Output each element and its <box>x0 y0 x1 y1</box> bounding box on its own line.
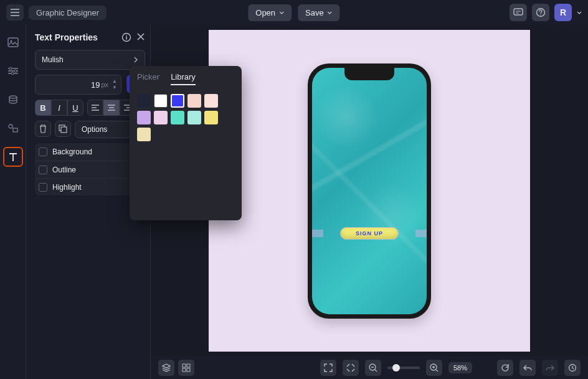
history-button[interactable] <box>564 360 581 376</box>
svg-rect-0 <box>514 9 523 15</box>
color-swatch[interactable] <box>137 128 151 141</box>
layers-button[interactable] <box>158 360 174 376</box>
delete-button[interactable] <box>35 121 51 137</box>
color-swatch[interactable] <box>154 94 168 108</box>
open-button[interactable]: Open <box>248 4 292 21</box>
svg-rect-9 <box>13 128 17 132</box>
rail-image[interactable] <box>4 34 22 51</box>
chevron-down-icon[interactable] <box>577 11 582 14</box>
panel-title: Text Properties <box>35 32 98 42</box>
user-avatar[interactable]: R <box>554 4 572 21</box>
duplicate-button[interactable] <box>55 121 71 137</box>
help-icon <box>536 7 546 17</box>
text-style-row: B I U <box>35 100 145 116</box>
bold-button[interactable]: B <box>35 100 51 116</box>
phone-mockup: SIGN UP <box>308 63 431 319</box>
fullscreen-button[interactable] <box>320 360 336 376</box>
options-row: Options <box>35 121 145 138</box>
checkbox-icon <box>39 166 47 174</box>
selection-handle-right[interactable] <box>415 230 427 237</box>
color-swatch[interactable] <box>137 111 151 124</box>
zoom-percent[interactable]: 58% <box>448 362 472 373</box>
redo-button[interactable] <box>542 360 558 376</box>
panel-header: Text Properties <box>35 32 145 42</box>
help-button[interactable] <box>532 4 549 21</box>
fit-button[interactable] <box>343 360 359 376</box>
background-label: Background <box>52 147 92 156</box>
database-icon <box>8 95 18 104</box>
rail-text[interactable] <box>4 148 22 166</box>
open-label: Open <box>255 8 275 17</box>
comment-button[interactable] <box>510 4 527 21</box>
font-size-input[interactable]: 19 px ▲ ▼ <box>35 75 121 95</box>
shapes-icon <box>7 123 19 133</box>
font-family-select[interactable]: Mulish <box>35 50 145 70</box>
save-button[interactable]: Save <box>298 4 340 21</box>
phone-screen: SIGN UP <box>312 68 427 314</box>
avatar-letter: R <box>560 7 566 17</box>
top-bar: Graphic Designer Open Save R <box>0 0 588 25</box>
refresh-icon <box>501 363 510 372</box>
artboard[interactable]: SIGN UP <box>209 30 530 352</box>
svg-point-7 <box>9 96 17 98</box>
outline-checkbox[interactable]: Outline <box>35 161 145 178</box>
svg-rect-13 <box>183 364 186 367</box>
sliders-icon <box>7 67 19 75</box>
chevron-down-icon <box>328 11 333 14</box>
align-center-button[interactable] <box>103 100 120 116</box>
color-swatch[interactable] <box>204 94 218 108</box>
rail-sliders[interactable] <box>4 62 22 80</box>
text-icon <box>7 151 19 162</box>
selection-handle-left[interactable] <box>312 230 323 237</box>
info-icon[interactable] <box>121 32 131 42</box>
tab-picker[interactable]: Picker <box>137 72 159 85</box>
color-swatch[interactable] <box>204 111 218 124</box>
color-swatch[interactable] <box>187 111 201 124</box>
checkbox-icon <box>39 183 47 192</box>
chevron-right-icon <box>133 57 138 63</box>
color-swatch[interactable] <box>137 94 151 108</box>
grid-button[interactable] <box>178 360 194 376</box>
font-size-unit: px <box>101 81 108 88</box>
align-left-icon <box>92 105 99 111</box>
redo-icon <box>546 364 554 372</box>
menu-button[interactable] <box>6 4 24 21</box>
comment-icon <box>513 8 523 17</box>
signup-selection[interactable]: SIGN UP <box>312 226 427 241</box>
italic-button[interactable]: I <box>51 100 67 116</box>
rail-shapes[interactable] <box>4 119 22 137</box>
zoom-in-icon <box>430 363 439 372</box>
size-step-down[interactable]: ▼ <box>112 85 117 91</box>
underline-button[interactable]: U <box>67 100 83 116</box>
undo-button[interactable] <box>519 360 536 376</box>
refresh-button[interactable] <box>497 360 513 376</box>
color-swatch[interactable] <box>187 94 201 108</box>
svg-point-8 <box>9 124 12 128</box>
zoom-slider[interactable] <box>387 367 420 369</box>
signup-button[interactable]: SIGN UP <box>340 227 399 240</box>
layers-icon <box>162 363 171 372</box>
close-icon[interactable] <box>136 32 145 41</box>
save-label: Save <box>305 8 324 17</box>
tab-library[interactable]: Library <box>171 72 196 85</box>
fit-icon <box>346 363 355 372</box>
zoom-in-button[interactable] <box>426 360 442 376</box>
zoom-out-button[interactable] <box>365 360 381 376</box>
undo-icon <box>523 364 532 372</box>
highlight-checkbox[interactable]: Highlight <box>35 178 145 195</box>
image-icon <box>7 37 19 47</box>
history-icon <box>568 363 577 372</box>
size-step-up[interactable]: ▲ <box>112 78 117 85</box>
color-picker-popup: Picker Library <box>130 66 242 220</box>
chevron-down-icon <box>279 11 284 14</box>
left-rail <box>0 25 26 379</box>
fullscreen-icon <box>324 363 333 372</box>
color-swatch[interactable] <box>171 94 184 108</box>
color-swatch[interactable] <box>154 111 168 124</box>
background-checkbox[interactable]: Background <box>35 143 145 161</box>
rail-library[interactable] <box>4 91 22 108</box>
color-swatch[interactable] <box>171 111 184 124</box>
svg-point-4 <box>9 67 12 70</box>
svg-point-5 <box>14 70 17 72</box>
align-left-button[interactable] <box>87 100 103 116</box>
